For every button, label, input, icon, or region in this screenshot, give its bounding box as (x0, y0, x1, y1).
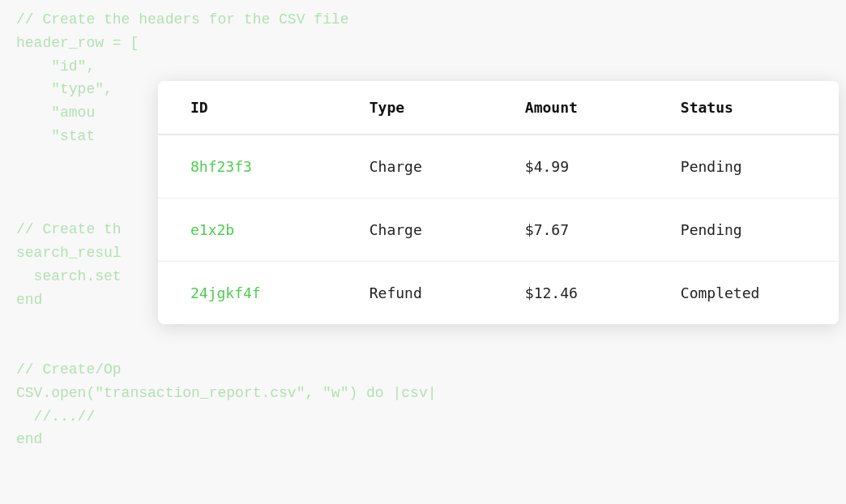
cell-id: 24jgkf4f (158, 262, 337, 325)
col-header-status: Status (648, 81, 839, 135)
cell-amount: $7.67 (493, 199, 648, 262)
table-header-row: ID Type Amount Status (158, 81, 839, 135)
col-header-id: ID (158, 81, 337, 135)
table-row: 24jgkf4fRefund$12.46Completed (158, 262, 839, 325)
col-header-amount: Amount (493, 81, 648, 135)
cell-type: Refund (337, 262, 493, 325)
data-table-container: ID Type Amount Status 8hf23f3Charge$4.99… (158, 81, 839, 324)
cell-status: Completed (648, 262, 839, 325)
cell-amount: $12.46 (493, 262, 648, 325)
col-header-type: Type (337, 81, 493, 135)
table-row: 8hf23f3Charge$4.99Pending (158, 135, 839, 199)
table-row: e1x2bCharge$7.67Pending (158, 199, 839, 262)
transactions-table: ID Type Amount Status 8hf23f3Charge$4.99… (158, 81, 839, 324)
cell-type: Charge (337, 135, 493, 199)
cell-amount: $4.99 (493, 135, 648, 199)
cell-status: Pending (648, 135, 839, 199)
cell-status: Pending (648, 199, 839, 262)
cell-type: Charge (337, 199, 493, 262)
cell-id: e1x2b (158, 199, 337, 262)
cell-id: 8hf23f3 (158, 135, 337, 199)
